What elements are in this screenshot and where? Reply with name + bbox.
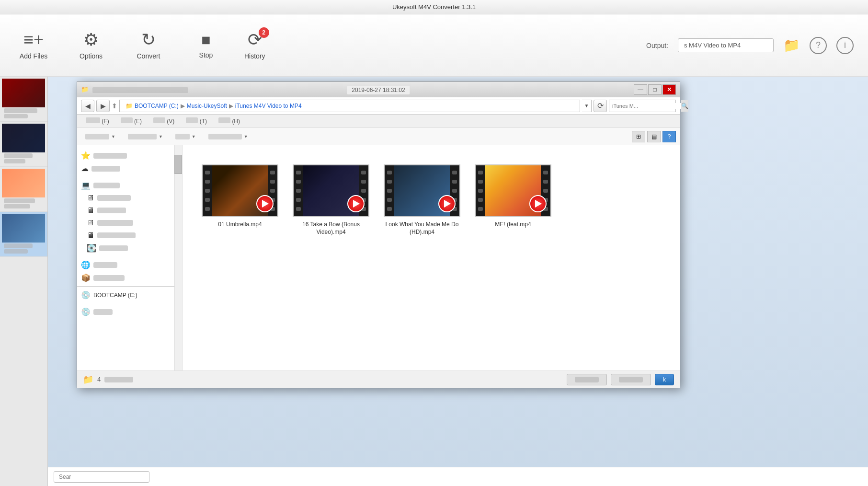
- list-item[interactable]: 01 Umbrella.mp4: [202, 164, 278, 236]
- menu-item-tools[interactable]: (T): [181, 116, 212, 127]
- play-icon: [262, 200, 269, 208]
- path-part-2[interactable]: Music-UkeySoft: [187, 103, 227, 109]
- list-item[interactable]: [0, 122, 47, 167]
- up-button[interactable]: ⬆: [112, 102, 117, 110]
- menu-item-view[interactable]: (V): [148, 116, 179, 127]
- change-view-button[interactable]: ⊞: [632, 131, 645, 142]
- nav-item-disc[interactable]: 💽: [77, 242, 182, 255]
- list-item[interactable]: Look What You Made Me Do (HD).mp4: [384, 164, 460, 236]
- main-content: 📁 2019-06-27 18:31:02 — □ ✕ ◀: [0, 77, 868, 486]
- address-bar: ◀ ▶ ⬆ 📁 BOOTCAMP (C:) ▶ Music-UkeySoft ▶…: [77, 97, 680, 115]
- nav-item-drive-4[interactable]: 🖥: [77, 229, 182, 242]
- cancel-button[interactable]: [567, 374, 607, 385]
- menu-item-file[interactable]: (F): [81, 116, 114, 127]
- history-button[interactable]: ⟳ 2 History: [244, 31, 265, 60]
- nav-item-drive-2[interactable]: 🖥: [77, 204, 182, 217]
- help-view-button[interactable]: ?: [662, 131, 676, 142]
- film-strip-left: [294, 165, 303, 216]
- scrollbar-thumb[interactable]: [174, 155, 182, 174]
- toolbar: ≡+ Add Files ⚙ Options ↻ Convert ■ Stop …: [0, 14, 868, 77]
- search-button[interactable]: 🔍: [681, 100, 688, 112]
- play-button[interactable]: ▼: [171, 131, 200, 142]
- path-sep-2: ▶: [229, 103, 233, 109]
- nav-item-label: [97, 232, 136, 238]
- play-button[interactable]: [529, 195, 547, 212]
- nav-item-bottom[interactable]: 💿: [77, 305, 182, 318]
- play-button[interactable]: [438, 195, 456, 212]
- path-part-1[interactable]: BOOTCAMP (C:): [135, 103, 179, 109]
- path-icon: 📁: [126, 103, 133, 109]
- output-field[interactable]: s M4V Video to MP4: [678, 38, 774, 52]
- nav-item-label: [93, 183, 120, 188]
- organize-button[interactable]: ▼: [81, 131, 120, 142]
- list-item[interactable]: [0, 212, 47, 257]
- options-button[interactable]: ⚙ Options: [72, 31, 110, 60]
- menu-item-help[interactable]: (H): [214, 116, 245, 127]
- file-thumbnail: [475, 164, 551, 217]
- file-tag: [4, 114, 28, 118]
- nav-item-drive-1[interactable]: 🖥: [77, 192, 182, 204]
- nav-item-bootcamp-label: BOOTCAMP (C:): [93, 292, 137, 299]
- file-name: [4, 198, 35, 203]
- list-item[interactable]: 16 Take a Bow (Bonus Video).mp4: [293, 164, 369, 236]
- nav-item-bootcamp[interactable]: 💿 BOOTCAMP (C:): [77, 289, 182, 301]
- nav-scrollbar[interactable]: [174, 145, 182, 370]
- nav-item-label: [97, 208, 126, 213]
- info-icon: i: [844, 40, 846, 50]
- close-button[interactable]: ✕: [662, 84, 676, 95]
- network-icon: 🌐: [81, 260, 91, 269]
- minimize-button[interactable]: —: [634, 84, 647, 95]
- menu-item-edit[interactable]: (E): [116, 116, 147, 127]
- stop-button[interactable]: ■ Stop: [187, 32, 225, 59]
- nav-item-favorites[interactable]: ⭐: [77, 149, 182, 162]
- maximize-button[interactable]: □: [648, 84, 662, 95]
- path-part-3[interactable]: iTunes M4V Video to MP4: [235, 103, 302, 109]
- convert-icon: ↻: [141, 31, 156, 48]
- play-icon: [535, 200, 542, 208]
- file-name: ME! (feat.mp4: [495, 221, 531, 229]
- disc-icon: 💽: [87, 243, 96, 253]
- back-button[interactable]: ◀: [81, 100, 94, 112]
- list-item[interactable]: ME! (feat.mp4: [475, 164, 551, 236]
- share-button[interactable]: ▼: [124, 131, 167, 142]
- play-button[interactable]: [256, 195, 274, 212]
- film-strip-left: [385, 165, 394, 216]
- stop-icon: ■: [201, 32, 210, 47]
- bottom-search-input[interactable]: [54, 471, 149, 483]
- address-path[interactable]: 📁 BOOTCAMP (C:) ▶ Music-UkeySoft ▶ iTune…: [119, 100, 580, 112]
- file-thumbnail: [384, 164, 460, 217]
- file-tag: [4, 204, 30, 208]
- nav-item-library[interactable]: 📦: [77, 271, 182, 284]
- burn-button[interactable]: ▼: [204, 131, 252, 142]
- drive-icon: 🖥: [87, 219, 94, 227]
- nav-item-label: [97, 195, 131, 201]
- app-window: Ukeysoft M4V Converter 1.3.1 ≡+ Add File…: [0, 0, 868, 486]
- nav-item-drive-3[interactable]: 🖥: [77, 217, 182, 229]
- bootcamp-icon: 💿: [81, 290, 91, 300]
- address-dropdown[interactable]: ▼: [582, 100, 592, 112]
- play-button[interactable]: [347, 195, 365, 212]
- list-item[interactable]: [0, 167, 47, 212]
- favorites-icon: ⭐: [81, 151, 91, 160]
- nav-item-network[interactable]: 🌐: [77, 258, 182, 271]
- confirm-button[interactable]: k: [655, 374, 674, 385]
- burn-arrow: ▼: [244, 134, 248, 139]
- nav-item-cloud[interactable]: ☁: [77, 162, 182, 175]
- refresh-button[interactable]: ⟳: [594, 100, 607, 112]
- nav-item-computer[interactable]: 💻: [77, 179, 182, 192]
- help-button[interactable]: ?: [810, 37, 827, 54]
- info-button[interactable]: i: [836, 37, 854, 54]
- history-badge: 2: [259, 27, 269, 38]
- view-pane-button[interactable]: ▤: [647, 131, 661, 142]
- convert-button[interactable]: ↻ Convert: [129, 31, 168, 60]
- list-item[interactable]: [0, 77, 47, 122]
- explorer-dialog: 📁 2019-06-27 18:31:02 — □ ✕ ◀: [77, 81, 680, 388]
- file-grid: 01 Umbrella.mp4: [192, 155, 670, 245]
- search-input[interactable]: [609, 103, 681, 109]
- blurred-title: [92, 86, 188, 92]
- add-files-button[interactable]: ≡+ Add Files: [14, 31, 53, 60]
- browse-folder-button[interactable]: 📁: [783, 37, 800, 53]
- ok-button[interactable]: [611, 374, 651, 385]
- forward-button[interactable]: ▶: [96, 100, 110, 112]
- add-files-icon: ≡+: [23, 31, 44, 48]
